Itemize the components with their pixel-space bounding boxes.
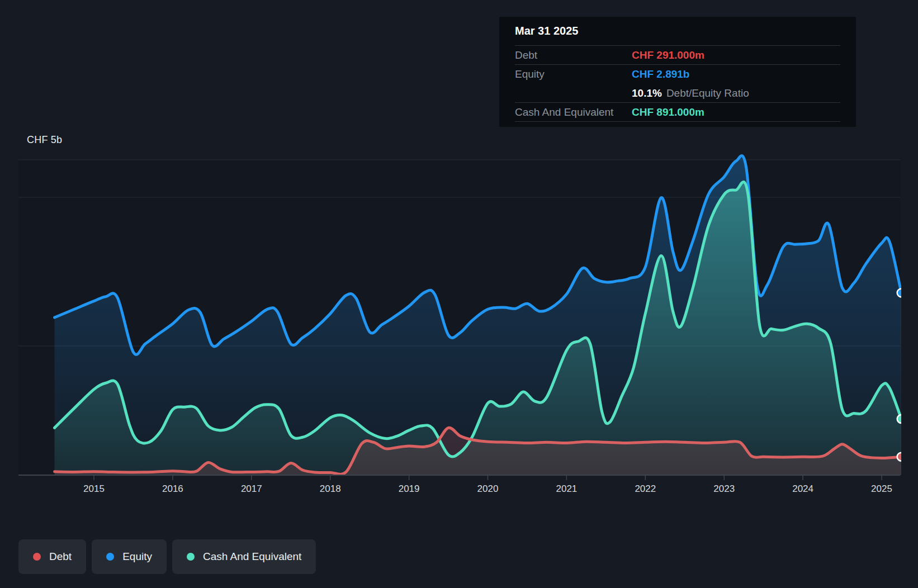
x-axis-year-label: 2023 <box>713 483 735 494</box>
legend-item-equity[interactable]: Equity <box>92 539 167 574</box>
tooltip-debt-label: Debt <box>515 49 632 61</box>
x-axis-year-label: 2016 <box>162 483 183 494</box>
legend-debt-label: Debt <box>49 551 72 563</box>
tooltip-row-debt: Debt CHF 291.000m <box>515 46 840 65</box>
x-axis-year-label: 2025 <box>871 483 892 494</box>
tooltip-ratio-label: Debt/Equity Ratio <box>666 87 749 99</box>
tooltip-cash-value: CHF 891.000m <box>632 106 704 118</box>
tooltip-row-cash: Cash And Equivalent CHF 891.000m <box>515 103 840 122</box>
tooltip-cash-label: Cash And Equivalent <box>515 106 632 118</box>
end-marker-equity <box>897 288 906 297</box>
x-axis-year-label: 2018 <box>320 483 341 494</box>
tooltip-equity-value: CHF 2.891b <box>632 68 689 80</box>
x-axis-year-label: 2020 <box>477 483 499 494</box>
x-axis-year-label: 2022 <box>635 483 656 494</box>
x-axis-year-label: 2021 <box>556 483 577 494</box>
tooltip-row-equity: Equity CHF 2.891b <box>515 65 840 84</box>
chart-panel: CHF 5b CHF 0 201520162017201820192020202… <box>0 0 918 588</box>
cash-dot-icon <box>187 553 195 561</box>
legend-item-cash[interactable]: Cash And Equivalent <box>172 539 316 574</box>
legend: Debt Equity Cash And Equivalent <box>18 539 316 574</box>
legend-equity-label: Equity <box>122 551 152 563</box>
tooltip-equity-label: Equity <box>515 68 632 80</box>
tooltip-row-ratio: 10.1% Debt/Equity Ratio <box>515 84 840 103</box>
x-axis-year-label: 2019 <box>399 483 420 494</box>
tooltip-ratio-value: 10.1% <box>632 87 662 99</box>
end-marker-debt <box>897 453 906 461</box>
tooltip-debt-value: CHF 291.000m <box>632 49 704 61</box>
x-axis-year-label: 2024 <box>792 483 813 494</box>
x-axis-year-label: 2017 <box>241 483 262 494</box>
legend-item-debt[interactable]: Debt <box>18 539 86 574</box>
debt-dot-icon <box>33 553 41 561</box>
end-marker-cash-and-equivalent <box>897 415 906 423</box>
x-axis-year-label: 2015 <box>83 483 105 494</box>
tooltip: Mar 31 2025 Debt CHF 291.000m Equity CHF… <box>499 17 856 127</box>
equity-dot-icon <box>106 553 114 561</box>
tooltip-date: Mar 31 2025 <box>515 17 840 46</box>
legend-cash-label: Cash And Equivalent <box>203 551 301 563</box>
